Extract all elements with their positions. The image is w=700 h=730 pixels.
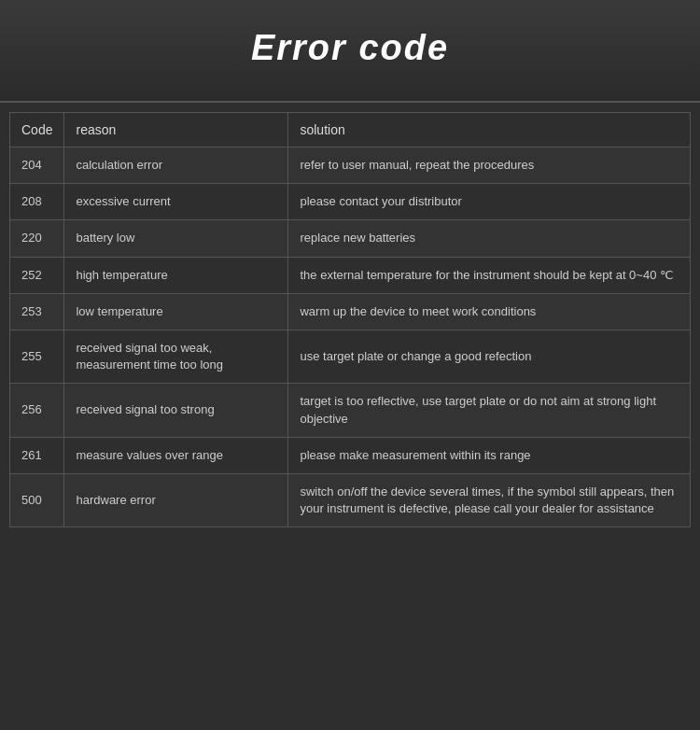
cell-solution: use target plate or change a good refect… (288, 330, 691, 383)
table-row: 256received signal too strongtarget is t… (10, 384, 691, 437)
cell-code: 208 (10, 184, 64, 220)
column-header-solution: solution (288, 113, 691, 147)
table-row: 261measure values over rangeplease make … (10, 437, 691, 473)
column-header-reason: reason (64, 113, 288, 147)
cell-solution: please contact your distributor (288, 184, 691, 220)
cell-code: 204 (10, 147, 64, 184)
cell-solution: warm up the device to meet work conditio… (288, 293, 691, 330)
cell-code: 220 (10, 220, 64, 257)
cell-solution: please make measurement within its range (288, 437, 691, 473)
column-header-code: Code (10, 113, 64, 147)
table-row: 252high temperaturethe external temperat… (10, 257, 691, 293)
table-row: 220battery lowreplace new batteries (10, 220, 691, 257)
cell-code: 255 (10, 330, 64, 383)
cell-solution: refer to user manual, repeat the procedu… (288, 147, 691, 184)
cell-reason: calculation error (64, 147, 288, 184)
cell-solution: switch on/off the device several times, … (288, 473, 691, 526)
cell-solution: replace new batteries (288, 220, 691, 257)
cell-reason: hardware error (64, 473, 288, 526)
table-row: 204calculation errorrefer to user manual… (10, 147, 691, 184)
table-container: Code reason solution 204calculation erro… (0, 103, 700, 546)
cell-code: 261 (10, 437, 64, 473)
cell-code: 500 (10, 473, 64, 526)
cell-solution: the external temperature for the instrum… (288, 257, 691, 293)
cell-reason: excessive current (64, 184, 288, 220)
cell-reason: battery low (64, 220, 288, 257)
cell-reason: high temperature (64, 257, 288, 293)
cell-reason: low temperature (64, 293, 288, 330)
error-code-table: Code reason solution 204calculation erro… (9, 112, 691, 527)
cell-reason: received signal too strong (64, 384, 288, 437)
cell-code: 252 (10, 257, 64, 293)
cell-reason: measure values over range (64, 437, 288, 473)
table-row: 255received signal too weak, measurement… (10, 330, 691, 383)
cell-solution: target is too reflective, use target pla… (288, 384, 691, 437)
page-title: Error code (19, 28, 681, 68)
page-header: Error code (0, 0, 700, 103)
table-row: 253low temperaturewarm up the device to … (10, 293, 691, 330)
cell-reason: received signal too weak, measurement ti… (64, 330, 288, 383)
cell-code: 256 (10, 384, 64, 437)
table-header-row: Code reason solution (10, 113, 691, 147)
table-row: 500hardware errorswitch on/off the devic… (10, 473, 691, 526)
cell-code: 253 (10, 293, 64, 330)
table-row: 208excessive currentplease contact your … (10, 184, 691, 220)
